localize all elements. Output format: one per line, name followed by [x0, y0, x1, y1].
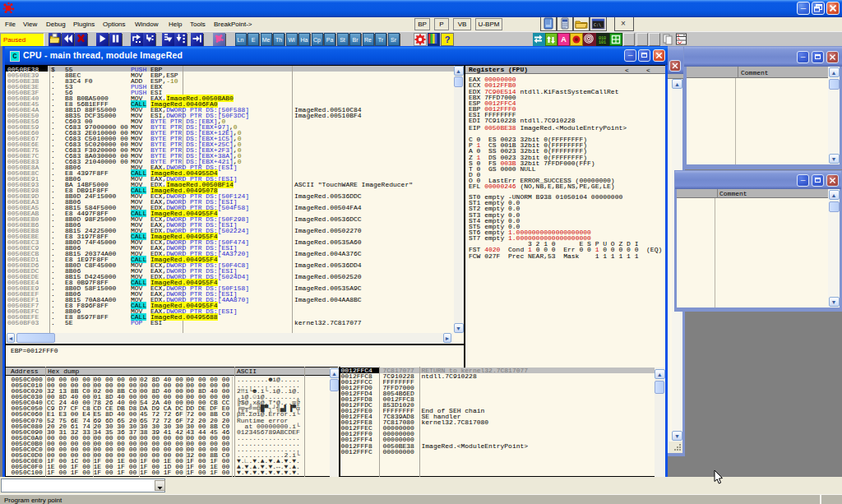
svg-text:C:\_: C:\_ [594, 22, 604, 28]
